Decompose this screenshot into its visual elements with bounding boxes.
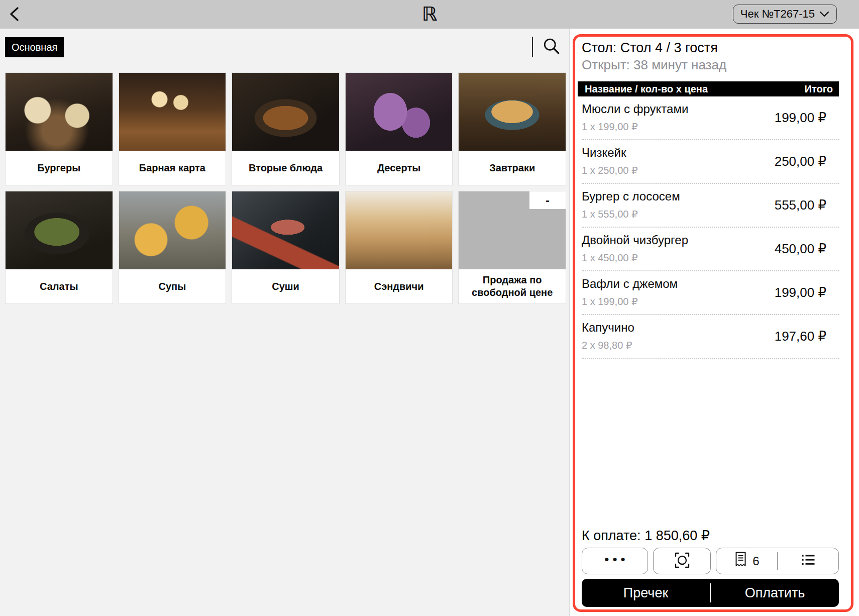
- action-buttons-row: •••: [582, 548, 839, 574]
- item-info: Мюсли с фруктами 1 x 199,00 ₽: [582, 96, 688, 139]
- minus-badge[interactable]: -: [529, 191, 566, 209]
- tile-label: Суши: [232, 269, 339, 303]
- photo-desserts: [346, 73, 453, 151]
- precheck-button[interactable]: Пречек: [582, 579, 710, 607]
- order-item-row[interactable]: Вафли с джемом 1 x 199,00 ₽ 199,00 ₽: [582, 271, 839, 315]
- rkeeper-logo: ℝ: [422, 2, 437, 27]
- photo-soup: [119, 191, 226, 269]
- bottom-action-bar: Пречек Оплатить: [582, 579, 839, 607]
- check-number-dropdown[interactable]: Чек №Т267-15: [733, 5, 837, 24]
- tile-desserts[interactable]: Десерты: [345, 72, 453, 185]
- bullet-list-icon: [800, 553, 816, 570]
- item-name: Двойной чизбургер: [582, 233, 688, 247]
- photo-main-dishes: [232, 73, 339, 151]
- photo-salad: [6, 191, 113, 269]
- tile-label: Десерты: [346, 151, 453, 185]
- menu-catalog: Основная Бургеры Барная карта Вторые блю…: [0, 29, 570, 616]
- item-list-button[interactable]: [778, 548, 838, 574]
- search-divider: [532, 37, 533, 57]
- tile-label: Завтраки: [459, 151, 566, 185]
- item-name: Мюсли с фруктами: [582, 102, 688, 116]
- item-info: Бургер с лососем 1 x 555,00 ₽: [582, 184, 680, 227]
- photo-sandwich: [346, 191, 453, 269]
- ellipsis-icon: •••: [604, 552, 628, 567]
- item-qty-price: 1 x 199,00 ₽: [582, 121, 688, 133]
- pay-button[interactable]: Оплатить: [711, 579, 839, 607]
- order-table-header: Название / кол-во х цена Итого: [578, 81, 839, 96]
- menu-tab-main[interactable]: Основная: [5, 37, 64, 57]
- tile-free-price-sale[interactable]: - Продажа по свободной цене: [458, 191, 566, 304]
- item-info: Вафли с джемом 1 x 199,00 ₽: [582, 271, 678, 314]
- table-info: Стол: Стол 4 / 3 гостя: [582, 39, 839, 56]
- item-info: Двойной чизбургер 1 x 450,00 ₽: [582, 228, 688, 270]
- item-total: 450,00 ₽: [775, 241, 839, 257]
- item-info: Капучино 2 x 98,80 ₽: [582, 315, 634, 358]
- tile-burgers[interactable]: Бургеры: [5, 72, 113, 185]
- item-total: 250,00 ₽: [775, 154, 839, 169]
- receipts-and-list-button: 6: [716, 548, 839, 574]
- tile-label: Салаты: [6, 269, 113, 303]
- photo-bar-drinks: [119, 73, 226, 151]
- opened-info: Открыт: 38 минут назад: [582, 56, 839, 73]
- order-item-row[interactable]: Двойной чизбургер 1 x 450,00 ₽ 450,00 ₽: [582, 228, 839, 271]
- search-button[interactable]: [543, 38, 562, 57]
- tile-label: Сэндвичи: [346, 269, 453, 303]
- chevron-down-icon: [819, 8, 829, 21]
- item-qty-price: 1 x 555,00 ₽: [582, 208, 680, 220]
- more-options-button[interactable]: •••: [582, 548, 648, 574]
- search-icon: [543, 37, 562, 58]
- order-item-row[interactable]: Бургер с лососем 1 x 555,00 ₽ 555,00 ₽: [582, 184, 839, 228]
- item-name: Бургер с лососем: [582, 189, 680, 203]
- tile-salads[interactable]: Салаты: [5, 191, 113, 304]
- tile-breakfast[interactable]: Завтраки: [458, 72, 566, 185]
- order-item-row[interactable]: Чизкейк 1 x 250,00 ₽ 250,00 ₽: [582, 140, 839, 184]
- total-due: К оплате: 1 850,60 ₽: [582, 528, 839, 544]
- order-panel: Стол: Стол 4 / 3 гостя Открыт: 38 минут …: [570, 29, 859, 616]
- tile-sandwiches[interactable]: Сэндвичи: [345, 191, 453, 304]
- scan-frame-icon: [672, 551, 692, 571]
- header-name-qty: Название / кол-во х цена: [585, 83, 708, 95]
- tile-sushi[interactable]: Суши: [232, 191, 340, 304]
- item-total: 199,00 ₽: [775, 285, 839, 300]
- item-name: Вафли с джемом: [582, 277, 678, 291]
- chevron-left-icon: [9, 7, 21, 23]
- item-total: 197,60 ₽: [775, 329, 839, 344]
- topbar: ℝ Чек №Т267-15: [0, 0, 859, 29]
- tile-label: Бургеры: [6, 151, 113, 185]
- photo-pancakes: [459, 73, 566, 151]
- pos-screen: ℝ Чек №Т267-15 Основная Бургеры Барная к…: [0, 0, 859, 616]
- order-panel-content: Стол: Стол 4 / 3 гостя Открыт: 38 минут …: [582, 39, 839, 607]
- tile-label: Барная карта: [119, 151, 226, 185]
- check-chip-label: Чек №Т267-15: [740, 8, 815, 21]
- header-total: Итого: [805, 83, 833, 95]
- receipts-count-button[interactable]: 6: [716, 548, 777, 574]
- category-grid: Бургеры Барная карта Вторые блюда Десерт…: [5, 72, 566, 304]
- item-qty-price: 1 x 199,00 ₽: [582, 295, 678, 307]
- tile-main-dishes[interactable]: Вторые блюда: [232, 72, 340, 185]
- receipt-icon: [734, 551, 747, 572]
- tile-bar-menu[interactable]: Барная карта: [119, 72, 227, 185]
- order-item-row[interactable]: Капучино 2 x 98,80 ₽ 197,60 ₽: [582, 315, 839, 359]
- back-button[interactable]: [6, 6, 23, 23]
- receipts-count: 6: [753, 554, 759, 568]
- item-info: Чизкейк 1 x 250,00 ₽: [582, 140, 638, 183]
- photo-sushi: [232, 191, 339, 269]
- scan-button[interactable]: [653, 548, 711, 574]
- order-item-row[interactable]: Мюсли с фруктами 1 x 199,00 ₽ 199,00 ₽: [582, 96, 839, 140]
- item-qty-price: 1 x 450,00 ₽: [582, 252, 688, 264]
- item-name: Капучино: [582, 321, 634, 335]
- item-total: 199,00 ₽: [775, 110, 839, 126]
- item-qty-price: 2 x 98,80 ₽: [582, 339, 634, 351]
- tile-label: Супы: [119, 269, 226, 303]
- spacer: [582, 359, 839, 528]
- photo-burgers: [6, 73, 113, 151]
- item-total: 555,00 ₽: [775, 197, 839, 213]
- photo-gray-placeholder: -: [459, 191, 566, 269]
- tile-label: Продажа по свободной цене: [459, 269, 566, 303]
- tile-label: Вторые блюда: [232, 151, 339, 185]
- item-qty-price: 1 x 250,00 ₽: [582, 164, 638, 176]
- item-name: Чизкейк: [582, 146, 638, 160]
- tile-soups[interactable]: Супы: [119, 191, 227, 304]
